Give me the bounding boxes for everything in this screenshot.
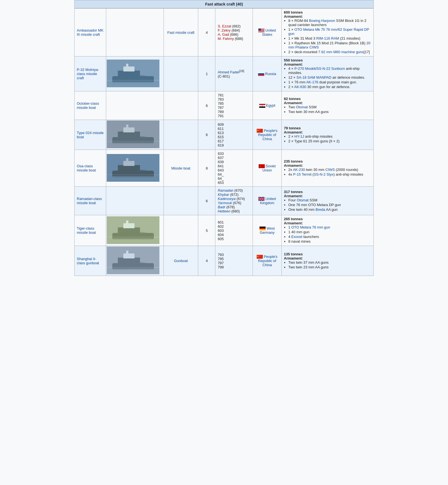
notes-link[interactable]: SA-18 SAM MANPAD [296,75,331,79]
svg-rect-22 [258,72,264,73]
class-link-p32[interactable]: P-32 Molniya-class missile craft [77,68,99,80]
svg-rect-33 [126,125,128,128]
ships-cell-ramadan: Ramadan (670)Khybar (672)Kadesseya (674)… [215,187,253,215]
ship-link[interactable]: S. Ezzat [218,24,231,28]
notes-link[interactable]: P-270 Moskit/SS-N-22 Sunburn [294,66,345,71]
svg-rect-28 [262,105,263,106]
in-service-cell-tiger: 5 [198,215,215,246]
class-link-ramadan[interactable]: Ramadan-class missile boat [77,197,102,205]
notes-link[interactable]: RIM-116 RAM [316,36,339,40]
svg-rect-27 [259,106,265,108]
class-link-ambassador[interactable]: Ambassador MK III missile craft [77,28,103,37]
notes-cell-october: 82 tonnesArmament:Two Otomat SSMTwo twin… [282,91,374,120]
origin-cell-osa: ☆ Soviet Union [253,150,282,187]
table-row: Ambassador MK III missile craftFast miss… [75,9,374,57]
svg-rect-24 [258,75,264,76]
table-row: Tiger-class missile boat 560160260360460… [75,215,374,246]
notes-link[interactable]: HY-1J [294,134,304,138]
class-link-type024[interactable]: Type 024 missile boat [77,131,104,139]
origin-cell-tiger: West Germany [253,215,282,246]
class-cell-shanghai: Shanghai II-class gunboat [75,246,106,276]
table-row: Shanghai II-class gunboat Gunboat4793795… [75,246,374,276]
notes-link[interactable]: Exocet [291,235,302,239]
notes-link[interactable]: Otomat [296,105,308,109]
section-title: Fast attack craft (40) [205,2,243,6]
svg-rect-47 [126,158,128,161]
ship-link[interactable]: Yarmouk [218,201,232,205]
class-cell-tiger: Tiger-class missile boat [75,215,106,246]
notes-link[interactable]: CIWS [309,45,319,49]
type-cell-shanghai: Gunboat [164,246,198,276]
ship-link[interactable]: A. Gad [218,32,229,37]
svg-rect-68 [107,238,159,244]
ship-link[interactable]: M. Fahmy [218,37,234,41]
notes-link[interactable]: AK-630 [294,85,306,89]
svg-rect-10 [258,32,264,32]
ship-link[interactable]: Ramadan [218,188,233,193]
ship-link[interactable]: Ahmed Fadel [218,70,239,74]
ships-cell-shanghai: 793795797799 [215,246,253,276]
svg-rect-7 [258,31,264,31]
origin-cell-p32: Russia [253,57,282,91]
notes-link[interactable]: Breda [315,207,325,212]
svg-text:☆: ☆ [259,165,262,168]
type-cell-ambassador: Fast missile craft [164,9,198,57]
notes-link[interactable]: Phalanx [295,45,309,49]
image-cell-shanghai [106,246,164,276]
ships-cell-type024: 609611613615617619 [215,120,253,150]
svg-rect-23 [258,73,264,75]
ship-image-tiger [107,216,159,244]
type-cell-type024 [164,120,198,150]
notes-cell-ambassador: 600 tonnesArmament:8 × RGM-84 Boeing Har… [282,9,374,57]
ship-link[interactable]: F. Zekry [218,28,230,32]
origin-link-p32[interactable]: Russia [265,72,276,76]
class-link-tiger[interactable]: Tiger-class missile boat [77,226,96,235]
table-row: Osa-class missile boat Missile boat86336… [75,150,374,187]
svg-rect-35 [107,143,159,148]
image-cell-october [106,91,164,120]
notes-link[interactable]: Boeing Harpoon [309,19,335,23]
notes-link[interactable]: AK-176 [306,80,318,84]
main-table: Ambassador MK III missile craftFast miss… [74,8,374,276]
notes-link[interactable]: Otomat [297,198,309,202]
ship-link[interactable]: Hetteen [218,209,230,213]
origin-link-october[interactable]: Egypt [266,103,275,107]
ship-image-shanghai [107,247,159,274]
notes-link[interactable]: P-15 Termit [293,172,311,176]
notes-link[interactable]: OTO Melara Mk 75 76 mm/62 Super Rapid DP… [288,27,369,36]
notes-link[interactable]: OTO Melara 76 mm gun [291,225,330,229]
ship-image-osa [107,154,159,182]
image-cell-ramadan [106,187,164,215]
notes-link[interactable]: CIWS [325,168,335,172]
svg-rect-8 [258,31,264,31]
type-link-ambassador[interactable]: Fast missile craft [167,30,195,35]
notes-link[interactable]: 7.62 mm M60 machine guns [318,50,364,54]
type-link-osa[interactable]: Missile boat [171,166,190,170]
ship-link[interactable]: Khybar [218,193,229,197]
class-cell-osa: Osa-class missile boat [75,150,106,187]
class-link-shanghai[interactable]: Shanghai II-class gunboat [77,257,99,265]
ship-link[interactable]: Kadesseya [218,197,235,201]
notes-cell-tiger: 265 tonnesArmament:1 OTO Melara 76 mm gu… [282,215,374,246]
origin-cell-shanghai: People's Republic of China [253,246,282,276]
section-header: Fast attack craft (40) [74,0,374,8]
table-row: October-class missile boat67817837857877… [75,91,374,120]
svg-rect-76 [123,253,134,258]
svg-rect-77 [126,251,128,254]
svg-rect-13 [258,29,261,31]
svg-rect-9 [258,31,264,32]
notes-link[interactable]: SS-N-2 Styx [314,172,334,176]
origin-cell-type024: People's Republic of China [253,120,282,150]
notes-cell-type024: 79 tonnesArmament:2 × HY-1J anti-ship mi… [282,120,374,150]
table-row: P-32 Molniya-class missile craft 1Ahmed … [75,57,374,91]
notes-cell-osa: 235 tonnesArmament:2x AK-230 twin 30 mm … [282,150,374,187]
image-cell-p32 [106,57,164,91]
class-link-october[interactable]: October-class missile boat [77,101,99,110]
notes-cell-ramadan: 317 tonnesArmament:Four Otomat SSMOne 76… [282,187,374,215]
notes-link[interactable]: AK-230 [293,168,305,172]
ships-cell-october: 781783785787789791 [215,91,253,120]
class-link-osa[interactable]: Osa-class missile boat [77,164,96,172]
type-link-shanghai[interactable]: Gunboat [174,259,188,263]
ship-link[interactable]: Badr [218,205,225,209]
type-cell-tiger [164,215,198,246]
